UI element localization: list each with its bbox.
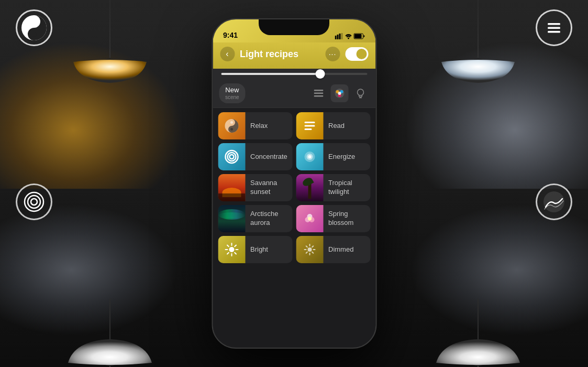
svg-rect-22 [314, 92, 323, 94]
svg-point-46 [308, 217, 312, 220]
recipe-icon-read [296, 112, 323, 139]
scene-sublabel: scene [225, 94, 239, 101]
phone-wrapper: 9:41 [212, 18, 376, 349]
svg-point-18 [348, 38, 349, 39]
svg-point-29 [357, 89, 363, 95]
recipe-icon-spring [296, 205, 323, 232]
recipe-icon-arctic [218, 205, 245, 232]
back-button[interactable]: ‹ [220, 47, 235, 61]
lamp-top-right [420, 0, 536, 84]
lamp-bottom-right [420, 299, 536, 367]
scene-toolbar: New scene [213, 79, 375, 108]
recipe-icon-dimmed [296, 236, 323, 263]
lamp-top-left [52, 0, 168, 84]
svg-line-54 [235, 245, 236, 246]
recipe-name-tropical: Tropical twilight [323, 179, 370, 197]
more-options-button[interactable]: ··· [325, 47, 340, 61]
svg-line-61 [306, 246, 307, 247]
svg-point-5 [31, 19, 37, 24]
svg-point-6 [31, 31, 37, 37]
recipe-card-dimmed[interactable]: Dimmed [296, 236, 370, 263]
svg-point-39 [229, 155, 234, 159]
status-icons [335, 33, 365, 39]
new-label: New [225, 86, 239, 94]
svg-point-12 [31, 199, 37, 205]
recipe-card-spring[interactable]: Spring blossom [296, 205, 370, 232]
svg-rect-16 [339, 34, 340, 39]
svg-point-33 [230, 128, 233, 131]
svg-point-47 [229, 247, 234, 252]
recipe-icon-savanna [218, 174, 245, 201]
svg-rect-36 [304, 128, 312, 130]
list-view-button[interactable] [309, 84, 327, 102]
recipe-name-energize: Energize [323, 153, 360, 160]
recipe-card-bright[interactable]: Bright [218, 236, 292, 263]
svg-rect-35 [304, 125, 315, 126]
svg-point-28 [338, 92, 341, 95]
target-icon [16, 183, 52, 220]
toggle-knob [356, 49, 367, 59]
svg-rect-15 [337, 35, 338, 39]
recipe-name-bright: Bright [245, 245, 273, 253]
recipe-name-read: Read [323, 122, 350, 129]
recipe-card-relax[interactable]: Relax [218, 112, 292, 139]
bulb-button[interactable] [351, 84, 369, 102]
recipe-card-energize[interactable]: Energize [296, 143, 370, 170]
recipe-name-concentrate: Concentrate [245, 153, 292, 160]
svg-point-13 [543, 191, 564, 212]
recipe-icon-concentrate [218, 143, 245, 170]
recipe-icon-energize [296, 143, 323, 170]
recipe-icon-relax [218, 112, 245, 139]
svg-line-53 [235, 252, 236, 254]
recipe-icon-tropical [296, 174, 323, 201]
slider-fill [221, 73, 320, 75]
palette-button[interactable] [330, 84, 348, 102]
svg-line-64 [306, 252, 307, 253]
svg-line-55 [227, 252, 229, 254]
toggle-switch[interactable] [345, 47, 368, 61]
recipe-name-savanna: Savanna sunset [245, 179, 292, 197]
svg-point-32 [230, 121, 233, 124]
svg-rect-14 [335, 36, 336, 39]
recipe-name-dimmed: Dimmed [323, 245, 359, 253]
recipe-name-spring: Spring blossom [323, 210, 370, 228]
svg-rect-34 [304, 122, 315, 123]
svg-rect-20 [354, 34, 361, 38]
app-header: ‹ Light recipes ··· [213, 42, 375, 69]
svg-line-63 [312, 246, 313, 247]
svg-rect-9 [548, 31, 560, 33]
recipe-card-read[interactable]: Read [296, 112, 370, 139]
mountain-icon [536, 183, 572, 220]
svg-point-56 [307, 247, 312, 252]
status-time: 9:41 [223, 31, 238, 39]
recipe-name-relax: Relax [245, 122, 273, 129]
brightness-slider[interactable] [213, 69, 375, 79]
menu-icon[interactable] [536, 9, 572, 46]
recipe-icon-bright [218, 236, 245, 263]
slider-track [221, 73, 367, 75]
lamp-bottom-left [52, 299, 168, 367]
svg-line-52 [227, 245, 229, 246]
recipes-grid: Relax Read [213, 108, 375, 267]
svg-point-38 [227, 153, 236, 161]
phone-notch [259, 19, 329, 35]
phone-screen: 9:41 [213, 19, 375, 348]
slider-thumb[interactable] [316, 69, 325, 79]
recipe-card-tropical[interactable]: Tropical twilight [296, 174, 370, 201]
recipe-card-concentrate[interactable]: Concentrate [218, 143, 292, 170]
recipe-card-arctic[interactable]: Arctische aurora [218, 205, 292, 232]
new-scene-button[interactable]: New scene [219, 83, 246, 103]
svg-line-62 [312, 252, 313, 253]
yin-yang-icon [16, 9, 52, 46]
svg-point-11 [28, 196, 40, 208]
svg-rect-7 [548, 23, 560, 25]
svg-rect-21 [314, 90, 323, 91]
recipe-name-arctic: Arctische aurora [245, 210, 292, 228]
svg-rect-17 [341, 33, 342, 39]
svg-rect-8 [548, 27, 560, 29]
recipe-card-savanna[interactable]: Savanna sunset [218, 174, 292, 201]
page-title: Light recipes [240, 49, 320, 60]
phone-body: 9:41 [212, 18, 376, 349]
svg-point-42 [308, 155, 311, 158]
svg-rect-23 [314, 95, 323, 97]
